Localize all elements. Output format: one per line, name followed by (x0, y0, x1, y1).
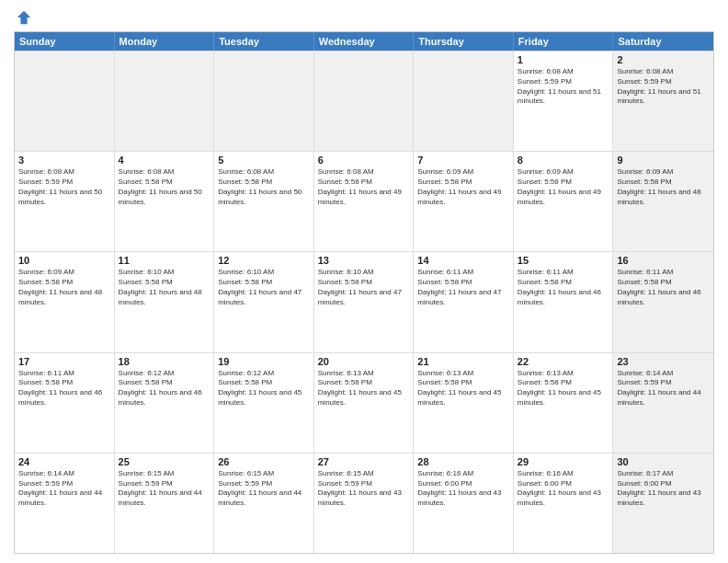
day-number: 16 (617, 255, 710, 266)
day-number: 26 (218, 456, 310, 467)
calendar-cell-20: 20Sunrise: 6:13 AMSunset: 5:58 PMDayligh… (314, 353, 415, 453)
calendar-cell-25: 25Sunrise: 6:15 AMSunset: 5:59 PMDayligh… (115, 454, 215, 553)
header-day-monday: Monday (115, 32, 215, 51)
day-number: 1 (518, 54, 609, 65)
day-number: 27 (318, 456, 410, 467)
calendar-cell-8: 8Sunrise: 6:09 AMSunset: 5:58 PMDaylight… (514, 152, 614, 251)
day-info: Sunrise: 6:08 AMSunset: 5:58 PMDaylight:… (119, 167, 210, 207)
day-number: 2 (617, 54, 710, 65)
header-day-wednesday: Wednesday (314, 32, 415, 51)
calendar: SundayMondayTuesdayWednesdayThursdayFrid… (14, 31, 714, 554)
day-info: Sunrise: 6:09 AMSunset: 5:58 PMDaylight:… (518, 167, 609, 207)
day-number: 6 (318, 155, 410, 166)
calendar-cell-26: 26Sunrise: 6:15 AMSunset: 5:59 PMDayligh… (214, 454, 314, 553)
day-number: 9 (617, 155, 710, 166)
day-number: 5 (218, 155, 310, 166)
calendar-cell-4: 4Sunrise: 6:08 AMSunset: 5:58 PMDaylight… (115, 152, 215, 251)
calendar-page: SundayMondayTuesdayWednesdayThursdayFrid… (0, 0, 728, 563)
calendar-cell-30: 30Sunrise: 6:17 AMSunset: 6:00 PMDayligh… (613, 454, 713, 553)
calendar-cell-3: 3Sunrise: 6:08 AMSunset: 5:59 PMDaylight… (15, 152, 115, 251)
day-info: Sunrise: 6:17 AMSunset: 6:00 PMDaylight:… (617, 469, 710, 509)
day-number: 3 (18, 155, 110, 166)
day-info: Sunrise: 6:13 AMSunset: 5:58 PMDaylight:… (417, 369, 509, 408)
day-info: Sunrise: 6:11 AMSunset: 5:58 PMDaylight:… (417, 268, 509, 307)
svg-marker-0 (17, 11, 30, 24)
day-number: 8 (518, 155, 609, 166)
day-info: Sunrise: 6:14 AMSunset: 5:59 PMDaylight:… (617, 369, 710, 408)
day-info: Sunrise: 6:09 AMSunset: 5:58 PMDaylight:… (417, 167, 509, 207)
calendar-header: SundayMondayTuesdayWednesdayThursdayFrid… (15, 32, 713, 51)
day-number: 13 (318, 255, 410, 266)
calendar-cell-21: 21Sunrise: 6:13 AMSunset: 5:58 PMDayligh… (414, 353, 514, 453)
calendar-week-3: 10Sunrise: 6:09 AMSunset: 5:58 PMDayligh… (15, 251, 713, 351)
calendar-cell-empty-0-4 (414, 52, 514, 151)
calendar-cell-2: 2Sunrise: 6:08 AMSunset: 5:59 PMDaylight… (613, 52, 713, 151)
calendar-cell-29: 29Sunrise: 6:16 AMSunset: 6:00 PMDayligh… (514, 454, 614, 553)
day-number: 15 (518, 255, 609, 266)
day-info: Sunrise: 6:10 AMSunset: 5:58 PMDaylight:… (119, 268, 210, 307)
day-number: 17 (18, 356, 110, 367)
calendar-week-2: 3Sunrise: 6:08 AMSunset: 5:59 PMDaylight… (15, 151, 713, 251)
day-info: Sunrise: 6:08 AMSunset: 5:59 PMDaylight:… (617, 67, 710, 107)
day-number: 12 (218, 255, 310, 266)
header-day-saturday: Saturday (613, 32, 713, 51)
day-info: Sunrise: 6:08 AMSunset: 5:59 PMDaylight:… (18, 167, 110, 207)
day-info: Sunrise: 6:09 AMSunset: 5:58 PMDaylight:… (617, 167, 710, 207)
day-info: Sunrise: 6:10 AMSunset: 5:58 PMDaylight:… (318, 268, 410, 307)
calendar-cell-22: 22Sunrise: 6:13 AMSunset: 5:58 PMDayligh… (514, 353, 614, 453)
day-number: 22 (518, 356, 609, 367)
day-info: Sunrise: 6:10 AMSunset: 5:58 PMDaylight:… (218, 268, 310, 307)
day-info: Sunrise: 6:16 AMSunset: 6:00 PMDaylight:… (417, 469, 509, 509)
header (14, 9, 714, 26)
day-info: Sunrise: 6:08 AMSunset: 5:58 PMDaylight:… (318, 167, 410, 207)
day-number: 24 (18, 456, 110, 467)
calendar-cell-5: 5Sunrise: 6:08 AMSunset: 5:58 PMDaylight… (214, 152, 314, 251)
calendar-cell-17: 17Sunrise: 6:11 AMSunset: 5:58 PMDayligh… (15, 353, 115, 453)
day-number: 28 (417, 456, 509, 467)
calendar-week-4: 17Sunrise: 6:11 AMSunset: 5:58 PMDayligh… (15, 352, 713, 453)
calendar-cell-24: 24Sunrise: 6:14 AMSunset: 5:59 PMDayligh… (15, 454, 115, 553)
day-number: 20 (318, 356, 410, 367)
day-info: Sunrise: 6:11 AMSunset: 5:58 PMDaylight:… (518, 268, 609, 307)
calendar-cell-empty-0-3 (314, 52, 415, 151)
day-info: Sunrise: 6:12 AMSunset: 5:58 PMDaylight:… (218, 369, 310, 408)
logo-icon (16, 9, 32, 26)
day-number: 25 (119, 456, 210, 467)
day-info: Sunrise: 6:08 AMSunset: 5:58 PMDaylight:… (218, 167, 310, 207)
calendar-cell-23: 23Sunrise: 6:14 AMSunset: 5:59 PMDayligh… (613, 353, 713, 453)
day-number: 4 (119, 155, 210, 166)
day-info: Sunrise: 6:13 AMSunset: 5:58 PMDaylight:… (318, 369, 410, 408)
day-number: 7 (417, 155, 509, 166)
calendar-cell-empty-0-0 (15, 52, 115, 151)
day-info: Sunrise: 6:11 AMSunset: 5:58 PMDaylight:… (617, 268, 710, 307)
day-number: 11 (119, 255, 210, 266)
calendar-cell-28: 28Sunrise: 6:16 AMSunset: 6:00 PMDayligh… (414, 454, 514, 553)
day-number: 19 (218, 356, 310, 367)
header-day-thursday: Thursday (414, 32, 514, 51)
day-info: Sunrise: 6:09 AMSunset: 5:58 PMDaylight:… (18, 268, 110, 307)
day-info: Sunrise: 6:15 AMSunset: 5:59 PMDaylight:… (318, 469, 410, 509)
day-info: Sunrise: 6:13 AMSunset: 5:58 PMDaylight:… (518, 369, 609, 408)
calendar-cell-7: 7Sunrise: 6:09 AMSunset: 5:58 PMDaylight… (414, 152, 514, 251)
calendar-cell-14: 14Sunrise: 6:11 AMSunset: 5:58 PMDayligh… (414, 252, 514, 351)
header-day-friday: Friday (514, 32, 614, 51)
day-number: 10 (18, 255, 110, 266)
calendar-week-1: 1Sunrise: 6:08 AMSunset: 5:59 PMDaylight… (15, 51, 713, 151)
day-number: 29 (518, 456, 609, 467)
calendar-cell-11: 11Sunrise: 6:10 AMSunset: 5:58 PMDayligh… (115, 252, 215, 351)
calendar-cell-6: 6Sunrise: 6:08 AMSunset: 5:58 PMDaylight… (314, 152, 415, 251)
calendar-body: 1Sunrise: 6:08 AMSunset: 5:59 PMDaylight… (15, 51, 713, 553)
calendar-cell-18: 18Sunrise: 6:12 AMSunset: 5:58 PMDayligh… (115, 353, 215, 453)
day-info: Sunrise: 6:08 AMSunset: 5:59 PMDaylight:… (518, 67, 609, 107)
day-number: 21 (417, 356, 509, 367)
calendar-cell-16: 16Sunrise: 6:11 AMSunset: 5:58 PMDayligh… (613, 252, 713, 351)
calendar-cell-13: 13Sunrise: 6:10 AMSunset: 5:58 PMDayligh… (314, 252, 415, 351)
calendar-cell-9: 9Sunrise: 6:09 AMSunset: 5:58 PMDaylight… (613, 152, 713, 251)
calendar-week-5: 24Sunrise: 6:14 AMSunset: 5:59 PMDayligh… (15, 453, 713, 553)
day-number: 23 (617, 356, 710, 367)
calendar-cell-10: 10Sunrise: 6:09 AMSunset: 5:58 PMDayligh… (15, 252, 115, 351)
day-info: Sunrise: 6:16 AMSunset: 6:00 PMDaylight:… (518, 469, 609, 509)
day-info: Sunrise: 6:12 AMSunset: 5:58 PMDaylight:… (119, 369, 210, 408)
day-number: 18 (119, 356, 210, 367)
day-info: Sunrise: 6:15 AMSunset: 5:59 PMDaylight:… (119, 469, 210, 509)
